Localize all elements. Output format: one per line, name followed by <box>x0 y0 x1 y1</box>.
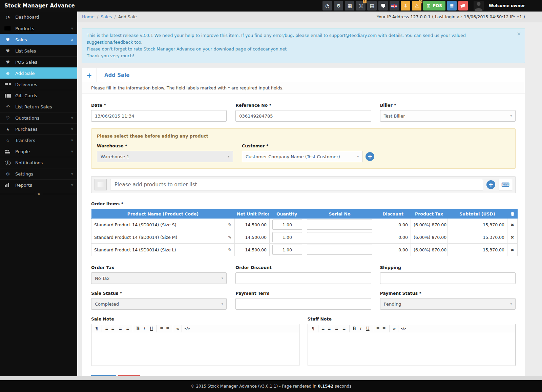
release-info-alert: This is the latest release v3.0.1 We nee… <box>82 28 525 63</box>
align-left-icon[interactable]: ≡ <box>318 325 326 332</box>
calculator-button[interactable]: ▦ <box>345 1 354 11</box>
pos-button[interactable]: ⊞POS <box>423 1 445 11</box>
paragraph-icon[interactable]: ¶ <box>93 325 100 332</box>
close-icon[interactable]: × <box>517 30 521 37</box>
align-right-icon[interactable]: ≡ <box>117 325 124 332</box>
star-outline-icon: ☆ <box>5 138 11 143</box>
biller-select[interactable]: Test Biller ▾ <box>380 110 516 122</box>
list-ul-icon[interactable]: ≣ <box>373 325 380 332</box>
order-tax-field-group: Order Tax No Tax ▾ <box>91 265 227 284</box>
sidebar-item-list-sales[interactable]: ♥List Sales <box>0 45 77 56</box>
remove-item-icon[interactable]: ✖ <box>510 223 514 227</box>
payment-term-input[interactable] <box>235 298 371 310</box>
bold-icon[interactable]: B <box>133 325 140 332</box>
link-icon[interactable]: ∞ <box>173 325 180 332</box>
warehouse-select[interactable]: Warehouse 1 ▾ <box>97 151 233 162</box>
warning-button[interactable]: ⚠5 <box>412 1 421 11</box>
avatar[interactable] <box>474 1 484 11</box>
quantity-input[interactable] <box>272 232 302 242</box>
keyboard-icon[interactable]: ⌨ <box>499 179 512 190</box>
sidebar-item-deliveries[interactable]: Deliveries <box>0 79 77 90</box>
staff-note-label: Staff Note <box>308 316 516 322</box>
add-manual-product-button[interactable]: + <box>486 180 495 189</box>
info-button[interactable]: i1 <box>356 1 366 11</box>
link-icon[interactable]: ∞ <box>389 325 397 332</box>
shipping-input[interactable] <box>380 272 516 284</box>
sidebar-item-notifications[interactable]: iNotifications <box>0 157 77 168</box>
breadcrumb-home-link[interactable]: Home <box>82 14 95 19</box>
panel-body: Date * Reference No * Biller * Test Bill… <box>82 94 525 376</box>
sidebar-item-people[interactable]: People∨ <box>0 146 77 157</box>
shield-button[interactable] <box>378 1 388 11</box>
sidebar-item-settings[interactable]: ⚙Settings∨ <box>0 168 77 179</box>
edit-icon[interactable]: ✎ <box>228 247 232 252</box>
sidebar-item-dashboard[interactable]: ◔Dashboard <box>0 12 77 23</box>
list-ul-icon[interactable]: ≣ <box>157 325 164 332</box>
edit-icon[interactable]: ✎ <box>228 222 232 227</box>
sale-note-input[interactable] <box>91 333 299 366</box>
paragraph-icon[interactable]: ¶ <box>309 325 317 332</box>
product-search-input[interactable] <box>110 179 483 190</box>
cogs-button[interactable]: ⚙ <box>334 1 343 11</box>
sidebar-item-sales[interactable]: ♥Sales∧ <box>0 34 77 45</box>
quantity-cell <box>270 244 304 256</box>
align-justify-icon[interactable]: ≡ <box>124 325 131 332</box>
subtotal: 15,370.00 <box>447 219 507 231</box>
payment-status-select[interactable]: Pending ▾ <box>380 298 516 310</box>
align-left-icon[interactable]: ≡ <box>102 325 109 332</box>
list-button[interactable]: ≣ <box>447 1 457 11</box>
align-center-icon[interactable]: ≡ <box>326 325 333 332</box>
sidebar: ◔DashboardProducts∨♥Sales∧♥List Sales♥PO… <box>0 12 77 376</box>
italic-icon[interactable]: I <box>357 325 364 332</box>
order-discount-label: Order Discount <box>235 265 371 270</box>
code-icon[interactable]: </> <box>182 325 190 332</box>
sidebar-item-reports[interactable]: Reports∨ <box>0 179 77 190</box>
serial-input[interactable] <box>307 220 372 230</box>
underline-icon[interactable]: U <box>148 325 155 332</box>
quantity-input[interactable] <box>272 245 302 255</box>
add-customer-button[interactable]: + <box>366 152 374 161</box>
dashboard-icon: ◔ <box>325 3 329 8</box>
sidebar-item-list-return-sales[interactable]: ↶List Return Sales <box>0 101 77 112</box>
order-discount-input[interactable] <box>235 272 371 284</box>
bold-icon[interactable]: B <box>349 325 357 332</box>
sidebar-item-purchases[interactable]: ★Purchases∨ <box>0 123 77 135</box>
sidebar-item-transfers[interactable]: ☆Transfers∨ <box>0 135 77 146</box>
serial-input[interactable] <box>307 232 372 242</box>
remove-item-icon[interactable]: ✖ <box>510 248 514 252</box>
sale-status-label: Sale Status * <box>91 291 227 296</box>
list-ol-icon[interactable]: ≣ <box>380 325 388 332</box>
quantity-input[interactable] <box>272 220 302 230</box>
staff-note-input[interactable] <box>308 333 516 366</box>
align-justify-icon[interactable]: ≡ <box>340 325 348 332</box>
code-icon[interactable]: </> <box>398 325 406 332</box>
customer-select[interactable]: Customer Company Name (Test Customer) ▾ <box>242 151 362 162</box>
underline-icon[interactable]: U <box>364 325 372 332</box>
align-center-icon[interactable]: ≡ <box>109 325 117 332</box>
flag-uk-button[interactable] <box>390 1 399 11</box>
serial-input[interactable] <box>307 245 372 255</box>
sidebar-collapse-button[interactable]: « <box>34 191 43 197</box>
sidebar-item-add-sale[interactable]: ⊕Add Sale <box>0 67 77 79</box>
list-ol-icon[interactable]: ≣ <box>164 325 171 332</box>
sidebar-item-products[interactable]: Products∨ <box>0 23 77 34</box>
italic-icon[interactable]: I <box>140 325 148 332</box>
sidebar-item-quotations[interactable]: ♡Quotations∨ <box>0 112 77 123</box>
edit-icon[interactable]: ✎ <box>228 235 232 240</box>
biller-label: Biller * <box>380 103 516 108</box>
breadcrumb-sales-link[interactable]: Sales <box>101 14 112 19</box>
order-tax-select[interactable]: No Tax ▾ <box>91 272 227 284</box>
reference-no-input[interactable] <box>235 110 371 122</box>
sidebar-item-gift-cards[interactable]: Gift Cards <box>0 90 77 101</box>
chevron-up-icon: ∧ <box>71 38 73 41</box>
header-icon-buttons: ◔⚙▦i1▤↧⚠5⊞POS≣ <box>322 1 467 11</box>
remove-item-icon[interactable]: ✖ <box>510 235 514 240</box>
download-button[interactable]: ↧ <box>401 1 410 11</box>
sidebar-item-pos-sales[interactable]: ♥POS Sales <box>0 56 77 67</box>
calendar-button[interactable]: ▤ <box>367 1 377 11</box>
eraser-button[interactable] <box>458 1 468 11</box>
dashboard-button[interactable]: ◔ <box>322 1 332 11</box>
sale-status-select[interactable]: Completed ▾ <box>91 298 227 310</box>
align-right-icon[interactable]: ≡ <box>333 325 340 332</box>
date-input[interactable] <box>91 110 227 122</box>
